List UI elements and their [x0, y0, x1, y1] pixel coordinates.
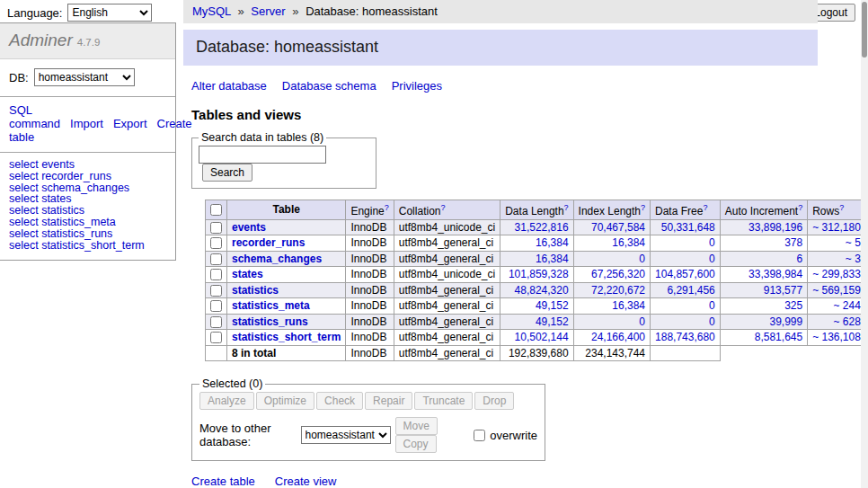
link-data-length[interactable]: 49,152: [536, 299, 569, 312]
sidebar-link-select-statistics-runs[interactable]: select statistics_runs: [9, 228, 166, 240]
drop-button[interactable]: Drop: [474, 392, 514, 410]
select-all-checkbox[interactable]: [210, 204, 222, 216]
row-checkbox-states[interactable]: [210, 269, 222, 280]
link-data-length[interactable]: 48,824,320: [515, 284, 569, 297]
db-select[interactable]: homeassistant: [34, 68, 135, 86]
link-data-length[interactable]: 16,384: [536, 236, 569, 249]
sidebar-action-export[interactable]: Export: [113, 117, 147, 130]
check-button[interactable]: Check: [316, 392, 363, 410]
repair-button[interactable]: Repair: [365, 392, 412, 410]
row-checkbox-recorder-runs[interactable]: [210, 237, 222, 249]
link-data-free[interactable]: 104,857,600: [655, 268, 715, 280]
link-auto-increment[interactable]: 39,999: [769, 315, 802, 328]
link-data-free[interactable]: 0: [709, 315, 715, 328]
analyze-button[interactable]: Analyze: [199, 392, 254, 410]
link-index-length[interactable]: 16,384: [612, 299, 645, 312]
help-link-rows[interactable]: ?: [839, 203, 844, 212]
scrollbar-track[interactable]: [861, 0, 868, 488]
cell-auto-increment: 378: [720, 235, 807, 252]
link-index-length[interactable]: 67,256,320: [591, 268, 645, 280]
link-rows[interactable]: ~ 628: [834, 315, 861, 328]
language-select[interactable]: English: [67, 4, 152, 22]
sidebar-action-import[interactable]: Import: [70, 117, 103, 130]
sidebar-link-select-events[interactable]: select events: [9, 159, 166, 171]
link-rows[interactable]: ~ 569,159: [812, 284, 861, 297]
link-rows[interactable]: ~ 136,108: [812, 331, 861, 343]
table-link-schema-changes[interactable]: schema_changes: [232, 253, 322, 265]
link-auto-increment[interactable]: 378: [784, 236, 802, 249]
copy-button[interactable]: Copy: [395, 435, 437, 453]
link-rows[interactable]: ~ 244: [834, 299, 861, 312]
link-rows[interactable]: ~ 5: [846, 236, 861, 249]
help-link-auto-increment[interactable]: ?: [798, 203, 802, 212]
sidebar-action-sql-command[interactable]: SQL command: [9, 103, 60, 130]
link-auto-increment[interactable]: 33,898,196: [748, 221, 802, 234]
link-data-free[interactable]: 6,291,456: [667, 284, 714, 297]
sidebar-link-select-statistics-short-term[interactable]: select statistics_short_term: [9, 240, 166, 252]
link-index-length[interactable]: 72,220,672: [591, 284, 645, 297]
link-index-length[interactable]: 24,166,400: [591, 331, 645, 343]
row-checkbox-statistics-meta[interactable]: [210, 300, 222, 312]
link-rows[interactable]: ~ 3: [846, 253, 861, 265]
table-link-statistics[interactable]: statistics: [232, 284, 279, 297]
move-db-select[interactable]: homeassistant: [301, 426, 391, 444]
link-auto-increment[interactable]: 8,581,645: [755, 331, 802, 343]
table-link-statistics-runs[interactable]: statistics_runs: [232, 315, 308, 328]
help-link-data-length[interactable]: ?: [564, 203, 569, 212]
link-data-length[interactable]: 49,152: [536, 315, 569, 328]
link-data-free[interactable]: 0: [709, 299, 715, 312]
col-data-length: Data Length?: [500, 200, 573, 220]
link-rows[interactable]: ~ 312,180: [812, 221, 861, 234]
optimize-button[interactable]: Optimize: [256, 392, 314, 410]
help-link-engine[interactable]: ?: [385, 203, 389, 212]
move-button[interactable]: Move: [395, 417, 438, 435]
link-data-free[interactable]: 0: [709, 253, 715, 265]
link-index-length[interactable]: 0: [639, 253, 645, 265]
cell-table-name: recorder_runs: [227, 235, 346, 252]
row-checkbox-events[interactable]: [210, 222, 222, 234]
link-auto-increment[interactable]: 33,398,984: [748, 268, 802, 280]
truncate-button[interactable]: Truncate: [414, 392, 473, 410]
help-link-collation[interactable]: ?: [440, 203, 445, 212]
row-checkbox-statistics[interactable]: [210, 285, 222, 297]
scrollbar-thumb[interactable]: [862, 2, 867, 58]
db-link-database-schema[interactable]: Database schema: [282, 79, 376, 93]
help-link-data-free[interactable]: ?: [703, 203, 707, 212]
search-input[interactable]: [199, 146, 326, 164]
create-link-create-view[interactable]: Create view: [275, 475, 337, 488]
row-checkbox-statistics-runs[interactable]: [210, 316, 222, 328]
link-auto-increment[interactable]: 325: [784, 299, 802, 312]
table-link-recorder-runs[interactable]: recorder_runs: [232, 236, 305, 249]
help-link-index-length[interactable]: ?: [641, 203, 645, 212]
overwrite-checkbox[interactable]: [474, 430, 485, 441]
create-link-create-table[interactable]: Create table: [191, 475, 255, 488]
link-data-free[interactable]: 0: [709, 236, 715, 249]
link-data-free[interactable]: 50,331,648: [661, 221, 715, 234]
table-link-events[interactable]: events: [232, 221, 266, 234]
row-checkbox-schema-changes[interactable]: [210, 253, 222, 265]
breadcrumb-mysql[interactable]: MySQL: [192, 4, 231, 18]
link-auto-increment[interactable]: 913,577: [764, 284, 802, 297]
overwrite-label[interactable]: overwrite: [490, 429, 537, 442]
link-data-length[interactable]: 16,384: [536, 253, 569, 265]
link-data-length[interactable]: 10,502,144: [515, 331, 569, 343]
breadcrumb-server[interactable]: Server: [251, 4, 285, 18]
link-rows[interactable]: ~ 299,833: [812, 268, 861, 280]
db-link-privileges[interactable]: Privileges: [392, 79, 442, 93]
sidebar-link-select-statistics-meta[interactable]: select statistics_meta: [9, 217, 166, 228]
table-link-states[interactable]: states: [232, 268, 263, 280]
sidebar-link-select-recorder-runs[interactable]: select recorder_runs: [9, 171, 166, 182]
link-auto-increment[interactable]: 6: [796, 253, 802, 265]
link-data-length[interactable]: 31,522,816: [515, 221, 569, 234]
table-link-statistics-short-term[interactable]: statistics_short_term: [232, 331, 341, 343]
row-checkbox-statistics-short-term[interactable]: [210, 332, 222, 343]
link-index-length[interactable]: 70,467,584: [591, 221, 645, 234]
link-index-length[interactable]: 0: [639, 315, 645, 328]
db-link-alter-database[interactable]: Alter database: [191, 79, 267, 93]
link-index-length[interactable]: 16,384: [612, 236, 645, 249]
table-link-statistics-meta[interactable]: statistics_meta: [232, 299, 310, 312]
search-button[interactable]: Search: [202, 164, 252, 182]
cell-collation: utf8mb4_general_ci: [394, 314, 500, 330]
link-data-free[interactable]: 188,743,680: [655, 331, 715, 343]
link-data-length[interactable]: 101,859,328: [509, 268, 569, 280]
